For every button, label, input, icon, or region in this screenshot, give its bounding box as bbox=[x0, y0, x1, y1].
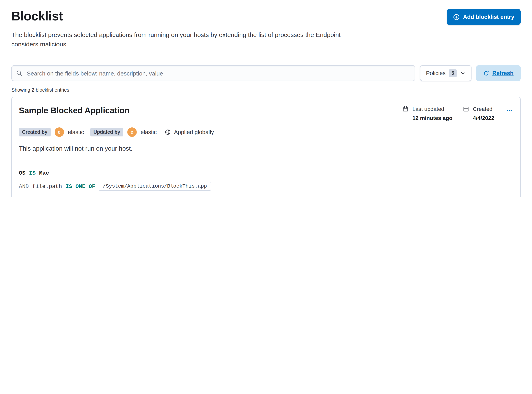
add-blocklist-entry-button[interactable]: Add blocklist entry bbox=[447, 9, 521, 25]
refresh-button[interactable]: Refresh bbox=[476, 65, 521, 81]
header-divider bbox=[11, 58, 521, 58]
last-updated-group: Last updated 12 minutes ago bbox=[402, 106, 452, 121]
criteria-field: file.path bbox=[32, 183, 62, 189]
criteria-row: AND file.path IS ONE OF /System/Applicat… bbox=[19, 182, 513, 191]
entry-title: Sample Blocked Application bbox=[19, 106, 129, 115]
blocklist-entry-card: Sample Blocked Application Last updated bbox=[11, 97, 521, 197]
criteria-value: Mac bbox=[39, 170, 49, 176]
entry-description: This application will not run on your ho… bbox=[19, 144, 513, 153]
policies-count-badge: 5 bbox=[449, 69, 457, 77]
calendar-icon bbox=[463, 106, 469, 121]
applied-globally-text: Applied globally bbox=[174, 129, 214, 135]
criteria-value-box: /System/Applications/BlockThis.app bbox=[99, 182, 211, 191]
chevron-down-icon bbox=[460, 70, 466, 76]
created-value: 4/4/2022 bbox=[473, 115, 494, 121]
condition-prefix: AND bbox=[19, 183, 29, 189]
search-input[interactable] bbox=[11, 65, 415, 81]
refresh-icon bbox=[483, 70, 489, 76]
criteria-section: OS IS Mac AND file.path IS ONE OF /Syste… bbox=[12, 162, 520, 197]
page-description: The blocklist prevents selected applicat… bbox=[11, 30, 354, 49]
last-updated-value: 12 minutes ago bbox=[412, 115, 452, 121]
criteria-row: OS IS Mac bbox=[19, 170, 513, 176]
policies-filter-button[interactable]: Policies 5 bbox=[420, 65, 471, 81]
refresh-label: Refresh bbox=[492, 70, 513, 76]
search-icon bbox=[16, 70, 22, 76]
policies-filter-label: Policies bbox=[426, 70, 446, 76]
created-label: Created bbox=[473, 106, 494, 112]
plus-in-circle-icon bbox=[453, 14, 460, 20]
entry-header-section: Sample Blocked Application Last updated bbox=[12, 97, 520, 162]
applied-globally: Applied globally bbox=[165, 129, 214, 135]
updated-by-user: elastic bbox=[141, 129, 157, 135]
last-updated-label: Last updated bbox=[412, 106, 452, 112]
boxes-horizontal-icon bbox=[506, 107, 512, 114]
entry-attribution-row: Created by e elastic Updated by e elasti… bbox=[19, 127, 513, 137]
page-header: Blocklist Add blocklist entry bbox=[11, 9, 521, 25]
created-by-badge: Created by bbox=[19, 128, 51, 136]
updated-by-badge: Updated by bbox=[90, 128, 123, 136]
avatar: e bbox=[127, 127, 137, 137]
globe-icon bbox=[165, 129, 171, 135]
criteria-field: OS bbox=[19, 170, 25, 176]
entries-count-text: Showing 2 blocklist entries bbox=[11, 87, 521, 93]
created-by-user: elastic bbox=[68, 129, 84, 135]
avatar: e bbox=[54, 127, 64, 137]
entry-actions-button[interactable] bbox=[505, 106, 513, 115]
criteria-operator: IS ONE OF bbox=[66, 183, 95, 189]
search-field bbox=[11, 65, 415, 81]
blocklist-page: Blocklist Add blocklist entry The blockl… bbox=[0, 0, 532, 197]
entry-meta: Last updated 12 minutes ago bbox=[402, 105, 513, 121]
calendar-icon bbox=[402, 106, 408, 121]
created-group: Created 4/4/2022 bbox=[463, 106, 494, 121]
criteria-operator: IS bbox=[29, 170, 36, 176]
toolbar: Policies 5 Refresh bbox=[11, 65, 521, 81]
page-title: Blocklist bbox=[11, 9, 63, 24]
add-blocklist-entry-label: Add blocklist entry bbox=[463, 14, 514, 20]
